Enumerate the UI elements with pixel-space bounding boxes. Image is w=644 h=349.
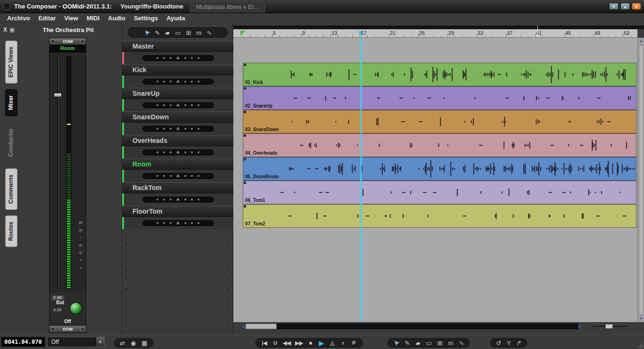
song-start-marker[interactable] <box>240 31 246 36</box>
zoom-slider[interactable] <box>593 324 627 329</box>
title-bar[interactable]: The Composer - OOMidi-2011.3.1: Youngrif… <box>0 0 644 13</box>
metronome-speaker-icon[interactable]: ◉ <box>131 340 136 346</box>
horizontal-scroll-track[interactable] <box>277 324 578 329</box>
menu-item-ayuda[interactable]: Ayuda <box>162 14 189 23</box>
parts-tool-icon[interactable]: ▭ <box>175 30 181 36</box>
loop-arrows-icon[interactable]: ⇄ <box>120 340 125 346</box>
maximize-button[interactable]: ▴ <box>620 3 630 10</box>
menu-item-settings[interactable]: Settings <box>130 14 162 23</box>
split-icon[interactable]: Y <box>507 340 511 346</box>
dash-icon[interactable]: − <box>79 235 82 240</box>
route-arrow-icon[interactable]: ↱ <box>517 340 522 346</box>
transport-punch-button[interactable]: P <box>351 341 357 346</box>
track-control-bar[interactable]: A <box>142 197 214 203</box>
dropdown-arrow-icon[interactable]: ▼ <box>96 337 104 347</box>
eraser-tool-icon[interactable]: ▰ <box>165 30 170 36</box>
glue-tool-icon[interactable]: ⊞ <box>186 30 191 36</box>
dock-close-button[interactable]: X <box>3 26 7 33</box>
transport-rewind-button[interactable]: ◀◀ <box>283 341 291 346</box>
transport-skip-start-button[interactable]: |◀ <box>261 341 268 346</box>
arrange-part-01_kick[interactable]: 01_Kick <box>243 63 636 86</box>
power-icon[interactable]: ⊙ <box>79 250 83 255</box>
arrange-part-07_tom2[interactable]: 07_Tom2 <box>243 204 636 228</box>
snap-dropdown[interactable]: Off ▼ <box>47 337 105 347</box>
track-control-bar[interactable]: A <box>142 220 214 226</box>
arrange-part-03_snaredown[interactable]: 03_SnareDown <box>243 110 636 133</box>
menu-item-archivo[interactable]: Archivo <box>3 14 34 23</box>
timeline-ruler[interactable]: 591317212529333741454953 <box>233 29 637 38</box>
parts-tool-icon[interactable]: ▭ <box>426 340 431 346</box>
dot-icon[interactable]: · <box>80 273 82 278</box>
sidebar-tab-epic-views[interactable]: EPIC Views <box>5 41 17 83</box>
track-control-bar[interactable]: A <box>142 79 214 85</box>
vertical-scrollbar[interactable]: ▲ ▼ <box>637 38 644 322</box>
mixer-channel-name[interactable]: Room <box>50 45 86 52</box>
track-row-room[interactable]: RoomA <box>122 158 234 182</box>
wave-tool-icon[interactable]: ∿ <box>206 30 212 36</box>
scroll-left-icon[interactable]: ◀ <box>242 324 246 329</box>
transport-record-button[interactable]: r <box>340 341 347 346</box>
transport-play-button[interactable]: ▶ <box>318 340 325 346</box>
transport-forward-button[interactable]: ▶▶ <box>295 341 303 346</box>
scroll-down-icon[interactable]: ▼ <box>639 316 643 322</box>
pencil-tool-icon[interactable]: ✎ <box>155 30 160 36</box>
mixer-footer-button[interactable] <box>51 327 55 331</box>
menu-item-midi[interactable]: MIDI <box>83 14 104 23</box>
wave-tool-icon[interactable]: ∿ <box>459 340 464 346</box>
mixer-header-button[interactable] <box>81 40 84 43</box>
dot-icon[interactable]: • <box>80 266 81 270</box>
track-row-snareup[interactable]: SnareUpA <box>122 88 234 111</box>
pencil-tool-icon[interactable]: ✎ <box>405 340 410 346</box>
pointer-tool-icon[interactable]: ➤ <box>142 28 151 37</box>
sidebar-tab-routes[interactable]: Routes <box>5 216 17 247</box>
track-row-overheads[interactable]: OverHeadsA <box>122 135 234 158</box>
track-row-racktom[interactable]: RackTomA <box>122 182 234 206</box>
track-row-snaredown[interactable]: SnareDownA <box>122 111 234 135</box>
arrange-part-06_tom1[interactable]: 06_Tom1 <box>243 181 636 204</box>
automation-mode[interactable]: Off <box>50 319 86 326</box>
mute-tool-icon[interactable]: m <box>448 340 454 346</box>
monitor-icon[interactable]: ◎ <box>79 243 83 248</box>
sidebar-tab-comments[interactable]: Comments <box>5 168 17 210</box>
dock-float-icon[interactable]: ▣ <box>9 26 15 33</box>
menu-item-editar[interactable]: Editar <box>34 14 60 23</box>
track-lanes[interactable]: 01_Kick02_SnareUp03_SnareDown04_Overhead… <box>233 38 637 322</box>
pointer-tool-icon[interactable]: ➤ <box>392 338 401 348</box>
track-control-bar[interactable]: A <box>142 55 214 61</box>
fader-handle[interactable] <box>54 93 62 97</box>
menu-item-audio[interactable]: Audio <box>104 14 130 23</box>
menu-item-view[interactable]: View <box>60 14 82 23</box>
close-button[interactable]: × <box>632 3 641 10</box>
arrange-part-02_snareup[interactable]: 02_SnareUp <box>243 86 636 110</box>
glue-tool-icon[interactable]: ⊞ <box>438 340 443 346</box>
transport-metronome-button[interactable]: △ <box>329 341 336 346</box>
eraser-tool-icon[interactable]: ▰ <box>415 340 420 346</box>
track-control-bar[interactable]: A <box>142 126 214 132</box>
track-row-floortom[interactable]: FloorTomA <box>122 206 234 229</box>
mute-tool-icon[interactable]: m <box>196 30 201 36</box>
mixer-footer-button[interactable] <box>81 327 84 331</box>
track-control-bar[interactable]: A <box>142 173 214 179</box>
horizontal-scroll-thumb[interactable] <box>246 324 277 329</box>
stereo-link-icon[interactable]: ⇄ <box>79 220 83 225</box>
dot-icon[interactable]: • <box>80 258 81 263</box>
minimize-button[interactable]: ▾ <box>609 3 619 10</box>
window-tab[interactable]: Multipistas libres « El... <box>190 1 265 13</box>
horizontal-scrollbar[interactable]: ◀ ▶ <box>233 323 637 330</box>
track-control-bar[interactable]: A <box>142 150 214 156</box>
track-row-kick[interactable]: KickA <box>122 64 234 88</box>
scroll-up-icon[interactable]: ▲ <box>639 38 643 44</box>
arrange-part-04_overheads[interactable]: 04_Overheads <box>243 133 636 157</box>
grid-icon[interactable]: ▦ <box>141 340 147 346</box>
balance-knob[interactable] <box>69 302 83 315</box>
mixer-header-button[interactable] <box>51 40 55 43</box>
transport-loop-u-button[interactable]: U <box>272 341 279 346</box>
zoom-slider-handle[interactable] <box>605 324 613 329</box>
sidebar-tab-mixer[interactable]: Mixer <box>5 89 17 116</box>
transport-stop-button[interactable]: ■ <box>307 341 314 346</box>
loop-return-icon[interactable]: ↺ <box>496 340 501 346</box>
track-control-bar[interactable]: A <box>142 102 214 108</box>
sidebar-tab-conductor[interactable]: Conductor <box>5 122 17 163</box>
scroll-right-icon[interactable]: ▶ <box>578 324 582 329</box>
vertical-scroll-thumb[interactable] <box>639 45 644 315</box>
